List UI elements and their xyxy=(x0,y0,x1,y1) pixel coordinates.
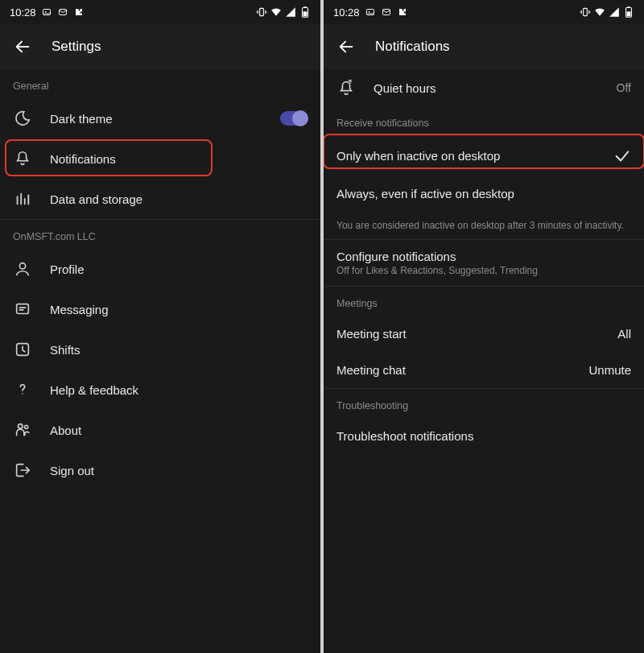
vibrate-icon xyxy=(256,6,267,18)
status-time: 10:28 xyxy=(333,6,360,19)
meeting-chat-value: Unmute xyxy=(588,363,631,377)
troubleshoot-label: Troubleshoot notifications xyxy=(336,429,473,443)
battery-icon xyxy=(299,6,311,18)
meeting-start-label: Meeting start xyxy=(336,327,407,341)
dark-theme-toggle[interactable] xyxy=(280,111,308,126)
setting-configure-notifications[interactable]: Configure notifications Off for Likes & … xyxy=(324,240,644,286)
section-header-general: General xyxy=(0,69,320,98)
svg-rect-18 xyxy=(627,11,631,16)
settings-item-about[interactable]: About xyxy=(0,410,320,450)
section-header-meetings: Meetings xyxy=(324,287,644,316)
meeting-start-value: All xyxy=(617,327,631,341)
signal-icon xyxy=(285,6,296,18)
app-bar: Notifications xyxy=(324,24,644,69)
option-always-label: Always, even if active on desktop xyxy=(336,187,514,200)
help-label: Help & feedback xyxy=(50,383,308,397)
vibrate-icon xyxy=(580,6,591,18)
wifi-icon xyxy=(594,6,605,18)
settings-item-shifts[interactable]: Shifts xyxy=(0,329,320,370)
back-button[interactable] xyxy=(336,37,356,56)
image-icon xyxy=(41,6,52,18)
svg-rect-3 xyxy=(260,8,264,15)
mms-icon xyxy=(381,6,392,18)
messaging-label: Messaging xyxy=(50,303,308,316)
svg-point-10 xyxy=(19,424,23,429)
settings-item-data-storage[interactable]: Data and storage xyxy=(0,179,320,219)
back-button[interactable] xyxy=(13,37,32,56)
setting-quiet-hours[interactable]: z Quiet hours Off xyxy=(324,69,644,106)
status-bar: 10:28 xyxy=(324,0,644,24)
configure-title: Configure notifications xyxy=(336,250,631,263)
shifts-label: Shifts xyxy=(50,343,308,357)
svg-rect-8 xyxy=(17,304,29,314)
mms-icon xyxy=(57,6,68,18)
setting-troubleshoot[interactable]: Troubleshoot notifications xyxy=(324,418,644,454)
svg-rect-17 xyxy=(628,6,630,7)
dual-screenshots: 10:28 Settings General Dark the xyxy=(0,0,644,653)
status-time: 10:28 xyxy=(10,6,36,19)
signout-label: Sign out xyxy=(50,464,308,477)
moon-icon xyxy=(13,109,32,128)
section-header-troubleshooting: Troubleshooting xyxy=(324,389,644,418)
message-icon xyxy=(13,300,32,319)
svg-point-11 xyxy=(24,425,27,428)
svg-point-7 xyxy=(19,263,25,269)
wifi-icon xyxy=(270,6,282,18)
svg-rect-6 xyxy=(303,11,308,16)
page-title: Notifications xyxy=(375,39,450,55)
phone-left: 10:28 Settings General Dark the xyxy=(0,0,320,653)
puzzle-icon xyxy=(73,6,85,18)
page-title: Settings xyxy=(52,39,101,55)
setting-meeting-start[interactable]: Meeting start All xyxy=(324,316,644,352)
setting-meeting-chat[interactable]: Meeting chat Unmute xyxy=(324,352,644,388)
notifications-label: Notifications xyxy=(50,152,308,166)
app-bar: Settings xyxy=(0,24,320,69)
signal-icon xyxy=(609,6,620,18)
settings-item-dark-theme[interactable]: Dark theme xyxy=(0,98,320,138)
status-bar: 10:28 xyxy=(0,0,320,24)
profile-icon xyxy=(13,259,32,279)
signout-icon xyxy=(13,461,32,480)
section-header-receive: Receive notifications xyxy=(324,106,644,135)
data-storage-label: Data and storage xyxy=(50,192,308,206)
inactive-note: You are considered inactive on desktop a… xyxy=(324,212,644,239)
puzzle-icon xyxy=(397,6,408,18)
option-inactive-label: Only when inactive on desktop xyxy=(336,149,500,163)
phone-right: 10:28 Notifications z Quiet hours xyxy=(324,0,644,653)
section-header-org: OnMSFT.com LLC xyxy=(0,220,320,249)
svg-text:z: z xyxy=(350,80,353,85)
battery-icon xyxy=(623,6,634,18)
about-label: About xyxy=(50,424,308,437)
bell-icon xyxy=(13,149,32,168)
help-icon xyxy=(13,380,32,399)
configure-sub: Off for Likes & Reactions, Suggested, Tr… xyxy=(336,265,631,276)
check-icon xyxy=(613,147,631,164)
teams-icon xyxy=(13,420,32,440)
clock-icon xyxy=(13,340,32,359)
option-inactive-desktop[interactable]: Only when inactive on desktop xyxy=(324,135,644,176)
quiet-hours-icon: z xyxy=(336,78,356,97)
quiet-hours-label: Quiet hours xyxy=(374,81,599,95)
meeting-chat-label: Meeting chat xyxy=(336,363,406,377)
settings-item-help[interactable]: Help & feedback xyxy=(0,370,320,410)
option-always-desktop[interactable]: Always, even if active on desktop xyxy=(324,176,644,212)
settings-item-profile[interactable]: Profile xyxy=(0,249,320,289)
svg-rect-5 xyxy=(304,6,307,7)
settings-item-signout[interactable]: Sign out xyxy=(0,450,320,490)
quiet-hours-value: Off xyxy=(617,81,631,94)
settings-item-notifications[interactable]: Notifications xyxy=(0,138,320,179)
chart-icon xyxy=(13,189,32,209)
image-icon xyxy=(365,6,376,18)
profile-label: Profile xyxy=(50,262,308,276)
dark-theme-label: Dark theme xyxy=(50,112,262,126)
settings-item-messaging[interactable]: Messaging xyxy=(0,289,320,329)
svg-rect-15 xyxy=(584,8,588,15)
